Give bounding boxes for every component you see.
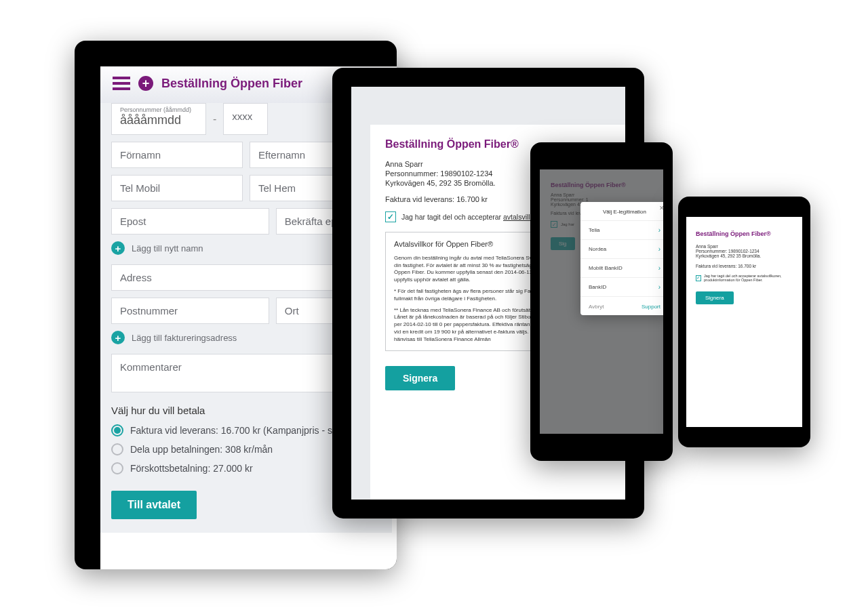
checkbox-icon: ✓ [696, 275, 701, 281]
eid-option-telia[interactable]: Telia› [580, 220, 663, 239]
option-label: Mobilt BankID [589, 265, 623, 271]
agree-text: Jag har tagit del och accepterar avtalsv… [704, 274, 793, 282]
page-title: Beställning Öppen Fiber® [696, 230, 793, 237]
postnummer-input[interactable]: Postnummer [111, 298, 269, 324]
checkbox-icon: ✓ [385, 211, 396, 222]
eid-popup: ✕ Välj E-legitimation Telia› Nordea› Mob… [580, 202, 663, 315]
eid-option-nordea[interactable]: Nordea› [580, 239, 663, 258]
radio-icon [111, 424, 123, 436]
firstname-input[interactable]: Förnamn [111, 142, 243, 168]
customer-address: Kyrkovägen 45, 292 35 Bromölla. [696, 253, 793, 258]
menu-icon[interactable] [113, 77, 130, 90]
phone-eid-selector: Beställning Öppen Fiber® Anna Sparr Pers… [530, 142, 673, 461]
pay-option-label: Dela upp betalningen: 308 kr/mån [130, 444, 273, 455]
radio-icon [111, 462, 123, 474]
eid-option-mobilt-bankid[interactable]: Mobilt BankID› [580, 258, 663, 277]
close-icon[interactable]: ✕ [659, 205, 663, 211]
eid-option-bankid[interactable]: BankID› [580, 277, 663, 296]
tel-mobil-input[interactable]: Tel Mobil [111, 175, 243, 201]
personnummer-label: Personnummer (ååmmdd) [120, 106, 197, 113]
pay-option-label: Faktura vid leverans: 16.700 kr (Kampanj… [130, 425, 340, 436]
screen: Beställning Öppen Fiber® Anna Sparr Pers… [686, 217, 802, 427]
add-billing-label: Lägg till faktureringsadress [132, 333, 237, 343]
email-input[interactable]: Epost [111, 208, 269, 235]
sign-button[interactable]: Signera [385, 366, 455, 390]
cancel-button[interactable]: Avbryt [589, 304, 604, 310]
chevron-right-icon: › [658, 283, 660, 291]
popup-title: Välj E-legitimation [580, 209, 663, 215]
chevron-right-icon: › [658, 226, 660, 234]
to-agreement-button[interactable]: Till avtalet [111, 491, 197, 519]
chevron-right-icon: › [658, 245, 660, 253]
separator: - [213, 113, 216, 125]
page-title: Beställning Öppen Fiber [161, 77, 302, 91]
invoice-line: Faktura vid leverans: 16.700 kr [696, 264, 793, 268]
agree-row[interactable]: ✓ Jag har tagit del och accepterar avtal… [696, 274, 793, 282]
personnummer-part1-input[interactable]: Personnummer (ååmmdd) ååååmmdd [111, 103, 206, 135]
add-name-label: Lägg till nytt namn [132, 243, 203, 253]
support-link[interactable]: Support [642, 304, 660, 310]
personnummer: Personnummer: 19890102-1234 [696, 249, 793, 253]
add-icon[interactable]: + [138, 76, 153, 91]
option-label: Telia [589, 227, 599, 233]
personnummer-part2-input[interactable]: xxxx [223, 103, 268, 135]
agree-text-pre: Jag har tagit del och accepterar [401, 213, 503, 221]
screen: Beställning Öppen Fiber® Anna Sparr Pers… [540, 169, 663, 434]
plus-icon: + [111, 241, 125, 255]
option-label: Nordea [589, 246, 606, 252]
phone-summary: Beställning Öppen Fiber® Anna Sparr Pers… [678, 197, 810, 447]
pay-option-label: Förskottsbetalning: 27.000 kr [130, 463, 253, 474]
chevron-right-icon: › [658, 264, 660, 272]
plus-icon: + [111, 331, 125, 344]
radio-icon [111, 443, 123, 455]
customer-name: Anna Sparr [696, 244, 793, 249]
option-label: BankID [589, 284, 606, 290]
sign-button[interactable]: Signera [696, 291, 734, 304]
